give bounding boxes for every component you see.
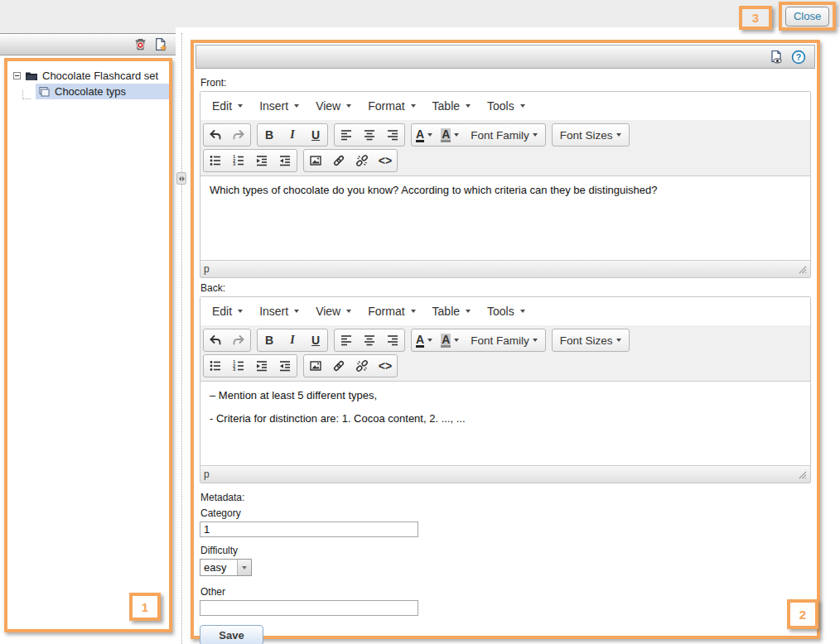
decrease-indent-icon[interactable] <box>273 150 297 171</box>
chevron-down-icon <box>520 310 525 313</box>
insert-link-icon[interactable] <box>327 355 350 377</box>
close-button[interactable]: Close <box>785 7 829 26</box>
decrease-indent-icon[interactable] <box>273 355 297 377</box>
front-content[interactable]: Which types of chocolate do you know? Ac… <box>200 176 810 260</box>
menu-table[interactable]: Table <box>424 300 479 323</box>
numbered-list-icon[interactable]: 123 <box>227 355 250 377</box>
chevron-down-icon <box>294 104 299 108</box>
italic-button[interactable]: I <box>281 124 304 146</box>
annotation-badge-1: 1 <box>129 593 161 621</box>
remove-link-icon[interactable] <box>350 150 374 171</box>
tree-item-chocolate-typs[interactable]: Chocolate typs <box>36 84 169 99</box>
background-color-button[interactable]: A <box>437 124 463 146</box>
chevron-down-icon <box>533 133 538 137</box>
align-left-icon[interactable] <box>335 329 358 351</box>
badge-2-number: 2 <box>799 608 806 622</box>
bullet-list-icon[interactable] <box>204 150 227 171</box>
redo-icon[interactable] <box>227 329 250 351</box>
annotation-close-highlight: Close <box>779 2 836 31</box>
chevron-down-icon <box>466 310 471 313</box>
front-content-text: Which types of chocolate do you know? Ac… <box>210 184 801 196</box>
splitter-handle[interactable] <box>176 172 186 185</box>
resize-grip-icon[interactable] <box>798 265 807 274</box>
menu-tools[interactable]: Tools <box>479 300 533 323</box>
redo-icon[interactable] <box>227 124 250 146</box>
chevron-down-icon <box>411 104 416 108</box>
undo-icon[interactable] <box>204 124 227 146</box>
panel-splitter[interactable] <box>181 33 182 644</box>
sidebar-toolbar <box>0 33 176 55</box>
bold-button[interactable]: B <box>258 124 281 146</box>
menu-edit[interactable]: Edit <box>204 300 251 323</box>
preview-icon[interactable] <box>769 50 784 65</box>
chevron-down-icon <box>238 310 243 313</box>
source-code-icon[interactable]: <> <box>374 355 397 377</box>
menu-insert[interactable]: Insert <box>251 300 307 323</box>
align-left-icon[interactable] <box>335 124 358 146</box>
chevron-down-icon <box>427 133 432 137</box>
front-label: Front: <box>200 77 811 89</box>
chevron-down-icon <box>616 339 621 342</box>
font-family-dropdown[interactable]: Font Family <box>463 124 545 146</box>
increase-indent-icon[interactable] <box>250 150 273 171</box>
back-content-line-2: - Criteria for distinction are: 1. Cocoa… <box>210 412 801 425</box>
menu-format[interactable]: Format <box>360 94 423 118</box>
insert-link-icon[interactable] <box>327 150 350 171</box>
tree-item-label-child: Chocolate typs <box>55 85 126 98</box>
tree-item-flashcard-set[interactable]: Chocolate Flashcard set <box>7 68 169 84</box>
menu-tools[interactable]: Tools <box>479 94 533 118</box>
text-color-button[interactable]: A <box>412 329 437 351</box>
background-color-button[interactable]: A <box>437 329 463 351</box>
font-family-dropdown[interactable]: Font Family <box>463 329 545 351</box>
back-menubar: Edit Insert View Format Table Tools <box>200 297 810 325</box>
source-code-icon[interactable]: <> <box>374 150 397 171</box>
menu-edit[interactable]: Edit <box>204 94 251 118</box>
menu-format[interactable]: Format <box>360 300 423 323</box>
help-icon[interactable]: ? <box>791 50 806 65</box>
chevron-down-icon <box>454 339 459 342</box>
underline-button[interactable]: U <box>304 329 327 351</box>
italic-button[interactable]: I <box>281 329 304 351</box>
increase-indent-icon[interactable] <box>250 355 273 377</box>
back-toolbar: B I U <box>200 325 810 382</box>
resize-grip-icon[interactable] <box>798 470 807 479</box>
align-center-icon[interactable] <box>358 329 381 351</box>
menu-insert[interactable]: Insert <box>251 94 307 118</box>
svg-text:?: ? <box>796 52 801 62</box>
top-band <box>0 0 840 27</box>
bold-button[interactable]: B <box>258 329 281 351</box>
other-input[interactable] <box>200 600 418 616</box>
font-sizes-dropdown[interactable]: Font Sizes <box>553 329 629 351</box>
insert-image-icon[interactable] <box>304 355 327 377</box>
remove-link-icon[interactable] <box>350 355 374 377</box>
other-label: Other <box>200 586 811 598</box>
menu-table[interactable]: Table <box>424 94 479 118</box>
menu-view[interactable]: View <box>307 94 360 118</box>
font-sizes-dropdown[interactable]: Font Sizes <box>553 124 629 146</box>
back-editor: Edit Insert View Format Table Tools <box>200 296 811 483</box>
back-statusbar: p <box>200 465 810 483</box>
front-toolbar: B I U <box>200 120 810 176</box>
align-right-icon[interactable] <box>381 124 404 146</box>
undo-icon[interactable] <box>204 329 227 351</box>
delete-flashcard-icon[interactable] <box>133 37 147 51</box>
new-flashcard-icon[interactable] <box>153 37 167 51</box>
collapse-expander-icon[interactable] <box>13 72 21 79</box>
svg-text:3: 3 <box>233 161 235 166</box>
text-color-button[interactable]: A <box>412 124 437 146</box>
align-right-icon[interactable] <box>381 329 404 351</box>
save-button[interactable]: Save <box>200 625 263 644</box>
difficulty-select[interactable]: easy <box>200 559 252 576</box>
chevron-down-icon <box>294 310 299 313</box>
menu-view[interactable]: View <box>307 300 360 323</box>
numbered-list-icon[interactable]: 123 <box>227 150 250 171</box>
insert-image-icon[interactable] <box>304 150 327 171</box>
back-content-line-1: – Mention at least 5 different types, <box>210 389 801 401</box>
align-center-icon[interactable] <box>358 124 381 146</box>
back-content[interactable]: – Mention at least 5 different types, - … <box>200 382 810 465</box>
badge-3-number: 3 <box>752 11 759 25</box>
tree-connector-line <box>22 90 31 99</box>
category-input[interactable] <box>200 521 418 537</box>
bullet-list-icon[interactable] <box>204 355 227 377</box>
underline-button[interactable]: U <box>304 124 327 146</box>
